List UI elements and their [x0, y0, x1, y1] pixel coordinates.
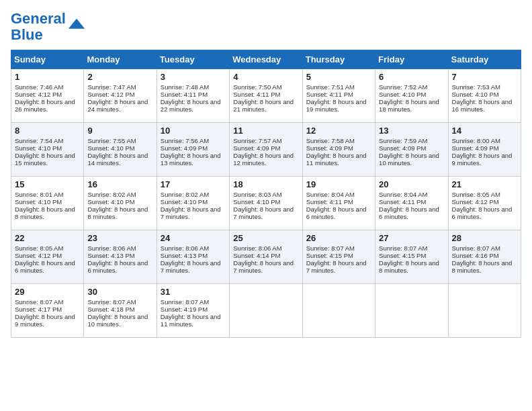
sunset-label: Sunset: 4:12 PM [452, 198, 499, 205]
sunset-label: Sunset: 4:10 PM [233, 198, 280, 205]
calendar-cell: 27 Sunrise: 8:07 AM Sunset: 4:15 PM Dayl… [375, 230, 448, 284]
daylight-label: Daylight: 8 hours and 7 minutes. [161, 259, 221, 274]
calendar-cell: 13 Sunrise: 7:59 AM Sunset: 4:09 PM Dayl… [375, 123, 448, 177]
daylight-label: Daylight: 8 hours and 7 minutes. [306, 259, 367, 274]
sunrise-label: Sunrise: 8:07 AM [452, 244, 500, 252]
sunset-label: Sunset: 4:16 PM [452, 252, 499, 259]
day-number: 30 [87, 287, 152, 297]
calendar-cell: 30 Sunrise: 8:07 AM Sunset: 4:18 PM Dayl… [84, 284, 157, 338]
daylight-label: Daylight: 8 hours and 11 minutes. [306, 152, 367, 167]
daylight-label: Daylight: 8 hours and 19 minutes. [306, 98, 367, 113]
day-number: 1 [15, 72, 80, 82]
svg-marker-0 [69, 19, 85, 29]
calendar-cell: 7 Sunrise: 7:53 AM Sunset: 4:10 PM Dayli… [448, 69, 521, 123]
week-row-4: 22 Sunrise: 8:05 AM Sunset: 4:12 PM Dayl… [11, 230, 521, 284]
day-number: 8 [15, 126, 80, 136]
sunrise-label: Sunrise: 8:04 AM [306, 191, 355, 198]
daylight-label: Daylight: 8 hours and 6 minutes. [379, 205, 439, 220]
sunrise-label: Sunrise: 7:59 AM [379, 137, 427, 144]
sunset-label: Sunset: 4:10 PM [452, 91, 499, 98]
day-number: 19 [306, 179, 371, 189]
day-number: 20 [379, 179, 444, 189]
calendar-cell: 28 Sunrise: 8:07 AM Sunset: 4:16 PM Dayl… [448, 230, 521, 284]
day-number: 16 [87, 179, 152, 189]
calendar-cell: 9 Sunrise: 7:55 AM Sunset: 4:10 PM Dayli… [84, 123, 157, 177]
daylight-label: Daylight: 8 hours and 10 minutes. [379, 152, 439, 167]
header-day-sunday: Sunday [11, 50, 84, 69]
calendar-table: SundayMondayTuesdayWednesdayThursdayFrid… [11, 50, 521, 338]
day-number: 29 [15, 287, 80, 297]
calendar-cell [375, 284, 448, 338]
calendar-cell: 15 Sunrise: 8:01 AM Sunset: 4:10 PM Dayl… [11, 177, 84, 230]
sunset-label: Sunset: 4:12 PM [15, 91, 62, 98]
day-number: 14 [452, 126, 517, 136]
header-day-wednesday: Wednesday [230, 50, 302, 69]
page-header: GeneralBlue [11, 11, 521, 43]
sunset-label: Sunset: 4:13 PM [87, 252, 134, 259]
daylight-label: Daylight: 8 hours and 13 minutes. [161, 152, 221, 167]
sunrise-label: Sunrise: 8:06 AM [87, 244, 136, 252]
day-number: 22 [15, 233, 80, 243]
day-number: 31 [161, 287, 226, 297]
daylight-label: Daylight: 8 hours and 7 minutes. [161, 205, 221, 220]
logo-icon [67, 17, 86, 36]
daylight-label: Daylight: 8 hours and 8 minutes. [87, 205, 148, 220]
header-row: SundayMondayTuesdayWednesdayThursdayFrid… [11, 50, 521, 69]
sunset-label: Sunset: 4:10 PM [87, 144, 134, 152]
day-number: 5 [306, 72, 371, 82]
daylight-label: Daylight: 8 hours and 18 minutes. [379, 98, 439, 113]
sunset-label: Sunset: 4:11 PM [379, 198, 426, 205]
daylight-label: Daylight: 8 hours and 6 minutes. [15, 259, 75, 274]
daylight-label: Daylight: 8 hours and 9 minutes. [452, 152, 513, 167]
sunrise-label: Sunrise: 7:46 AM [15, 83, 63, 91]
calendar-cell: 20 Sunrise: 8:04 AM Sunset: 4:11 PM Dayl… [375, 177, 448, 230]
sunset-label: Sunset: 4:11 PM [306, 198, 353, 205]
calendar-cell [230, 284, 302, 338]
calendar-cell: 31 Sunrise: 8:07 AM Sunset: 4:19 PM Dayl… [157, 284, 229, 338]
sunrise-label: Sunrise: 8:06 AM [233, 244, 281, 252]
daylight-label: Daylight: 8 hours and 9 minutes. [15, 313, 75, 328]
sunset-label: Sunset: 4:10 PM [87, 198, 134, 205]
logo: GeneralBlue [11, 11, 86, 43]
sunrise-label: Sunrise: 7:58 AM [306, 137, 355, 144]
daylight-label: Daylight: 8 hours and 8 minutes. [15, 205, 75, 220]
daylight-label: Daylight: 8 hours and 26 minutes. [15, 98, 75, 113]
sunrise-label: Sunrise: 7:56 AM [161, 137, 209, 144]
sunrise-label: Sunrise: 7:47 AM [87, 83, 136, 91]
sunrise-label: Sunrise: 8:07 AM [379, 244, 427, 252]
sunrise-label: Sunrise: 8:07 AM [15, 298, 63, 306]
day-number: 10 [161, 126, 226, 136]
day-number: 3 [161, 72, 226, 82]
day-number: 26 [306, 233, 371, 243]
day-number: 2 [87, 72, 152, 82]
logo-text: GeneralBlue [11, 11, 66, 43]
sunrise-label: Sunrise: 7:53 AM [452, 83, 500, 91]
sunset-label: Sunset: 4:17 PM [15, 306, 62, 313]
daylight-label: Daylight: 8 hours and 6 minutes. [306, 205, 367, 220]
header-day-friday: Friday [375, 50, 448, 69]
sunset-label: Sunset: 4:13 PM [161, 252, 208, 259]
sunrise-label: Sunrise: 7:48 AM [161, 83, 209, 91]
calendar-cell [448, 284, 521, 338]
week-row-1: 1 Sunrise: 7:46 AM Sunset: 4:12 PM Dayli… [11, 69, 521, 123]
calendar-cell: 19 Sunrise: 8:04 AM Sunset: 4:11 PM Dayl… [302, 177, 375, 230]
day-number: 25 [233, 233, 298, 243]
calendar-cell: 11 Sunrise: 7:57 AM Sunset: 4:09 PM Dayl… [230, 123, 302, 177]
sunset-label: Sunset: 4:19 PM [161, 306, 208, 313]
calendar-cell: 1 Sunrise: 7:46 AM Sunset: 4:12 PM Dayli… [11, 69, 84, 123]
daylight-label: Daylight: 8 hours and 22 minutes. [161, 98, 221, 113]
calendar-cell: 14 Sunrise: 8:00 AM Sunset: 4:09 PM Dayl… [448, 123, 521, 177]
sunset-label: Sunset: 4:18 PM [87, 306, 134, 313]
daylight-label: Daylight: 8 hours and 7 minutes. [233, 259, 294, 274]
sunset-label: Sunset: 4:09 PM [233, 144, 280, 152]
sunset-label: Sunset: 4:15 PM [306, 252, 353, 259]
calendar-cell: 21 Sunrise: 8:05 AM Sunset: 4:12 PM Dayl… [448, 177, 521, 230]
sunset-label: Sunset: 4:09 PM [161, 144, 208, 152]
calendar-cell: 22 Sunrise: 8:05 AM Sunset: 4:12 PM Dayl… [11, 230, 84, 284]
sunset-label: Sunset: 4:10 PM [161, 198, 208, 205]
calendar-cell: 24 Sunrise: 8:06 AM Sunset: 4:13 PM Dayl… [157, 230, 229, 284]
day-number: 11 [233, 126, 298, 136]
sunset-label: Sunset: 4:12 PM [15, 252, 62, 259]
daylight-label: Daylight: 8 hours and 11 minutes. [161, 313, 221, 328]
sunrise-label: Sunrise: 7:55 AM [87, 137, 136, 144]
